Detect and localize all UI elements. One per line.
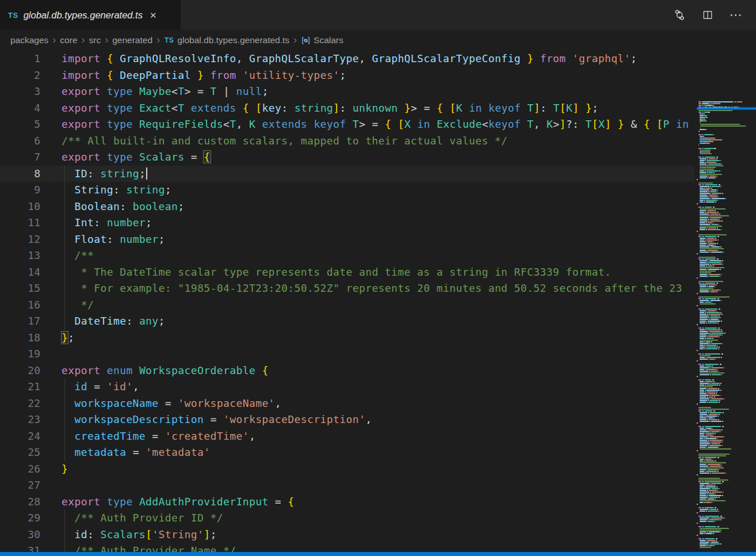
minimap[interactable] xyxy=(697,101,756,548)
code-line[interactable]: 3export type Maybe<T> = T | null; xyxy=(0,83,694,100)
tab-close-icon[interactable]: ✕ xyxy=(150,11,157,20)
breadcrumb-item-core[interactable]: core xyxy=(60,35,77,45)
line-number[interactable]: 7 xyxy=(0,149,40,166)
code-line[interactable]: 14 * The DateTime scalar type represents… xyxy=(0,264,694,281)
code-line[interactable]: 19 xyxy=(0,346,694,363)
open-changes-icon[interactable] xyxy=(673,9,686,21)
code-text: export type AddAuthProviderInput = { xyxy=(62,494,295,511)
code-line[interactable]: 4export type Exact<T extends { [key: str… xyxy=(0,100,694,117)
line-number[interactable]: 23 xyxy=(0,412,40,428)
line-number[interactable]: 6 xyxy=(0,133,40,150)
line-number[interactable]: 19 xyxy=(0,346,40,363)
code-line[interactable]: 21 id = 'id', xyxy=(0,379,694,395)
split-editor-icon[interactable] xyxy=(701,9,714,21)
code-line[interactable]: 22 workspaceName = 'workspaceName', xyxy=(0,395,694,412)
editor-pane[interactable]: 1import { GraphQLResolveInfo, GraphQLSca… xyxy=(0,51,756,552)
breadcrumb-item-scalars[interactable]: Scalars xyxy=(301,35,343,45)
code-area[interactable]: 1import { GraphQLResolveInfo, GraphQLSca… xyxy=(0,51,694,552)
code-line[interactable]: 12 Float: number; xyxy=(0,231,694,248)
line-number[interactable]: 28 xyxy=(0,494,40,511)
line-number[interactable]: 13 xyxy=(0,247,40,264)
line-number[interactable]: 5 xyxy=(0,116,40,133)
code-line[interactable]: 11 Int: number; xyxy=(0,215,694,231)
code-text: String: string; xyxy=(62,182,171,199)
line-number[interactable]: 22 xyxy=(0,395,40,412)
line-number[interactable]: 15 xyxy=(0,280,40,297)
code-line[interactable]: 20export enum WorkspaceOrderable { xyxy=(0,363,694,379)
code-text: /** Auth Provider Name */ xyxy=(62,543,236,552)
line-number[interactable]: 26 xyxy=(0,461,40,478)
line-number[interactable]: 30 xyxy=(0,527,40,543)
breadcrumb-label: packages xyxy=(10,35,48,45)
code-text: Boolean: boolean; xyxy=(62,199,185,215)
breadcrumb-label: core xyxy=(60,35,77,45)
code-line[interactable]: 16 */ xyxy=(0,297,694,314)
line-number[interactable]: 8 xyxy=(0,166,40,182)
code-line[interactable]: 18}; xyxy=(0,330,694,346)
code-line[interactable]: 17 DateTime: any; xyxy=(0,313,694,330)
line-number[interactable]: 11 xyxy=(0,215,40,231)
code-line[interactable]: 6/** All built-in and custom scalars, ma… xyxy=(0,133,694,150)
line-number[interactable]: 27 xyxy=(0,477,40,494)
line-number[interactable]: 21 xyxy=(0,379,40,395)
code-text: import { DeepPartial } from 'utility-typ… xyxy=(62,67,346,84)
code-text: export enum WorkspaceOrderable { xyxy=(62,363,269,379)
line-number[interactable]: 10 xyxy=(0,199,40,215)
breadcrumb-item-global-db-types-generated-ts[interactable]: TSglobal.db.types.generated.ts xyxy=(164,35,289,45)
line-number[interactable]: 25 xyxy=(0,444,40,461)
breadcrumb-item-packages[interactable]: packages xyxy=(10,35,48,45)
line-number[interactable]: 3 xyxy=(0,83,40,100)
code-line[interactable]: 27 xyxy=(0,477,694,494)
code-line[interactable]: 25 metadata = 'metadata' xyxy=(0,444,694,461)
line-number[interactable]: 14 xyxy=(0,264,40,281)
code-text: ID: string; xyxy=(62,166,147,182)
line-number[interactable]: 24 xyxy=(0,428,40,445)
code-text: export type Maybe<T> = T | null; xyxy=(62,83,269,100)
code-line[interactable]: 9 String: string; xyxy=(0,182,694,199)
code-line[interactable]: 26} xyxy=(0,461,694,478)
more-actions-icon[interactable]: ⋯ xyxy=(730,9,742,21)
line-number[interactable]: 12 xyxy=(0,231,40,248)
breadcrumb-item-generated[interactable]: generated xyxy=(112,35,152,45)
code-line[interactable]: 1import { GraphQLResolveInfo, GraphQLSca… xyxy=(0,51,694,67)
line-number[interactable]: 2 xyxy=(0,67,40,84)
minimap-current-line-marker xyxy=(697,108,756,109)
code-text: * For example: "1985-04-12T23:20:50.52Z"… xyxy=(62,280,682,297)
code-line[interactable]: 7export type Scalars = { xyxy=(0,149,694,166)
editor-actions: ⋯ xyxy=(673,0,756,30)
line-number[interactable]: 1 xyxy=(0,51,40,67)
code-line[interactable]: 30 id: Scalars['String']; xyxy=(0,527,694,543)
code-line[interactable]: 23 workspaceDescription = 'workspaceDesc… xyxy=(0,412,694,428)
code-line[interactable]: 29 /** Auth Provider ID */ xyxy=(0,510,694,527)
line-number[interactable]: 31 xyxy=(0,543,40,552)
code-line[interactable]: 13 /** xyxy=(0,247,694,264)
code-line[interactable]: 2import { DeepPartial } from 'utility-ty… xyxy=(0,67,694,84)
code-line[interactable]: 28export type AddAuthProviderInput = { xyxy=(0,494,694,511)
breadcrumb-label: generated xyxy=(112,35,152,45)
editor-tab[interactable]: TS global.db.types.generated.ts ✕ xyxy=(0,0,181,30)
code-text: workspaceDescription = 'workspaceDescrip… xyxy=(62,412,372,428)
breadcrumb: packages›core›src›generated›TSglobal.db.… xyxy=(0,30,756,51)
code-text: import { GraphQLResolveInfo, GraphQLScal… xyxy=(62,51,637,67)
line-number[interactable]: 17 xyxy=(0,313,40,330)
code-line[interactable]: 15 * For example: "1985-04-12T23:20:50.5… xyxy=(0,280,694,297)
code-line[interactable]: 8 ID: string; xyxy=(0,166,694,182)
line-number[interactable]: 20 xyxy=(0,363,40,379)
line-number[interactable]: 16 xyxy=(0,297,40,314)
code-text: id = 'id', xyxy=(62,379,139,395)
tab-bar: TS global.db.types.generated.ts ✕ xyxy=(0,0,756,30)
code-text: export type Exact<T extends { [key: stri… xyxy=(62,100,598,117)
line-number[interactable]: 9 xyxy=(0,182,40,199)
code-text: workspaceName = 'workspaceName', xyxy=(62,395,281,412)
line-number[interactable]: 29 xyxy=(0,510,40,527)
chevron-right-icon: › xyxy=(156,34,160,46)
code-line[interactable]: 5export type RequireFields<T, K extends … xyxy=(0,116,694,133)
code-line[interactable]: 31 /** Auth Provider Name */ xyxy=(0,543,694,552)
breadcrumb-item-src[interactable]: src xyxy=(89,35,101,45)
chevron-right-icon: › xyxy=(82,34,85,46)
line-number[interactable]: 4 xyxy=(0,100,40,117)
code-text: /** All built-in and custom scalars, map… xyxy=(62,133,507,150)
code-line[interactable]: 24 createdTime = 'createdTime', xyxy=(0,428,694,445)
code-line[interactable]: 10 Boolean: boolean; xyxy=(0,199,694,215)
line-number[interactable]: 18 xyxy=(0,330,40,346)
